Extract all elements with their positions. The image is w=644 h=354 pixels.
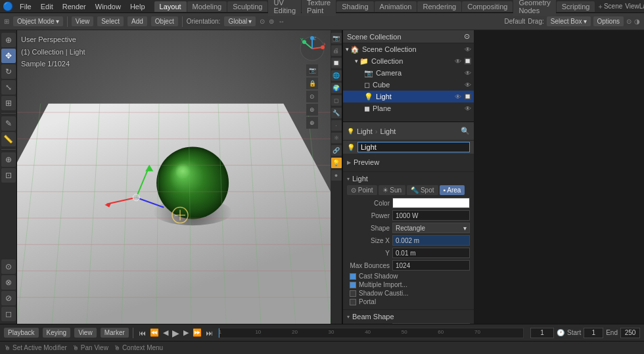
breadcrumb2[interactable]: Light [380, 127, 396, 135]
shadow-caustics-checkbox[interactable] [350, 290, 356, 297]
camera-visibility[interactable]: 👁 [465, 70, 471, 77]
output-props-btn[interactable]: 🖨 [331, 45, 342, 56]
select-menu[interactable]: Select [97, 16, 124, 26]
portal-checkbox[interactable] [350, 299, 356, 305]
extrude-tool[interactable]: ⊡ [1, 168, 16, 183]
overlay-icon[interactable]: ⊙ [626, 18, 632, 25]
step-fwd-btn[interactable]: ▶ [182, 328, 190, 337]
color-swatch[interactable] [392, 198, 470, 208]
view-menu[interactable]: View [72, 16, 94, 26]
render-props-btn[interactable]: 📷 [331, 33, 342, 43]
add-cube-tool[interactable]: ⊕ [1, 152, 16, 167]
beam-shape-header[interactable]: ▾ Beam Shape [347, 313, 470, 321]
xray-btn[interactable]: ◻ [1, 307, 16, 321]
menu-help[interactable]: Help [126, 2, 149, 11]
workspace-modeling[interactable]: Modeling [187, 1, 227, 12]
add-workspace-icon[interactable]: + [598, 3, 602, 11]
timeline-track[interactable]: 1 10 20 30 40 50 60 70 [218, 328, 524, 338]
snap-view-btn[interactable]: ⊕ [306, 117, 318, 129]
move-tool[interactable]: ✥ [1, 49, 16, 63]
workspace-sculpting[interactable]: Sculpting [227, 1, 267, 12]
outliner-item-collection[interactable]: ▾ 📁 Collection 👁 🔲 [343, 55, 474, 67]
collection-visibility[interactable]: 👁 [455, 58, 461, 65]
modifier-props-btn[interactable]: 🔧 [331, 108, 342, 118]
marker-menu[interactable]: Marker [101, 328, 129, 338]
size-y-value[interactable]: 0.01 m [392, 248, 470, 258]
gizmo-btn[interactable]: ⊙ [1, 259, 16, 274]
step-back-btn[interactable]: ◀ [162, 328, 170, 337]
light-name-input[interactable] [357, 142, 470, 152]
snap-icon[interactable]: ⊙ [260, 18, 265, 25]
viewport[interactable]: User Perspective (1) Collection | Light … [17, 30, 331, 324]
workspace-animation[interactable]: Animation [375, 1, 417, 12]
workspace-uv[interactable]: UV Editing [268, 0, 301, 16]
workspace-shading[interactable]: Shading [336, 1, 373, 12]
start-frame-input[interactable]: 1 [584, 328, 603, 338]
menu-file[interactable]: File [16, 2, 35, 11]
camera-view-btn[interactable]: 📷 [306, 64, 318, 76]
object-props-btn[interactable]: ◻ [331, 95, 342, 106]
object-menu[interactable]: Object [151, 16, 178, 26]
workspace-layout[interactable]: Layout [154, 1, 187, 12]
timeline-view-menu[interactable]: View [74, 328, 97, 338]
current-frame-input[interactable]: 1 [530, 328, 554, 338]
annotate-tool[interactable]: ✎ [1, 116, 16, 131]
workspace-rendering[interactable]: Rendering [417, 1, 461, 12]
light-type-spot[interactable]: 🔦 Spot [407, 185, 438, 195]
rotate-tool[interactable]: ↻ [1, 64, 16, 79]
cube-visibility[interactable]: 👁 [465, 81, 471, 89]
max-bounces-value[interactable]: 1024 [392, 260, 470, 271]
menu-window[interactable]: Window [91, 2, 125, 11]
light-visibility[interactable]: 👁 [455, 93, 461, 100]
constraints-props-btn[interactable]: 🔗 [331, 145, 342, 156]
lock-view-btn[interactable]: 🔒 [306, 77, 318, 89]
data-props-btn[interactable]: 💡 [331, 158, 342, 168]
next-frame-btn[interactable]: ⏩ [191, 328, 203, 337]
workspace-geometry-nodes[interactable]: Geometry Nodes [513, 0, 555, 16]
local-view-btn[interactable]: ⊙ [306, 91, 318, 102]
view-layer-props-btn[interactable]: 🔲 [331, 58, 342, 68]
select-box-btn[interactable]: Select Box▾ [547, 16, 591, 26]
outliner-item-camera[interactable]: 📷 Camera 👁 [343, 67, 474, 79]
size-x-value[interactable]: 0.002 m [392, 235, 470, 246]
keying-menu[interactable]: Keying [43, 328, 71, 338]
view-layer-name[interactable]: ViewLayer [625, 3, 644, 10]
preview-header[interactable]: ▶ Preview [347, 158, 470, 166]
light-section-header[interactable]: ▾ Light [347, 175, 470, 183]
overlay-btn[interactable]: ⊘ [1, 291, 16, 305]
outliner-item-plane[interactable]: ◼ Plane 👁 [343, 102, 474, 114]
snap-to-btn[interactable]: ⊗ [1, 275, 16, 290]
jump-start-btn[interactable]: ⏮ [137, 329, 147, 337]
props-search-icon[interactable]: 🔍 [461, 127, 470, 135]
proportional-view-btn[interactable]: ⊚ [306, 104, 318, 116]
breadcrumb1[interactable]: Light [357, 127, 373, 135]
particles-props-btn[interactable]: · [331, 120, 342, 131]
measure-tool[interactable]: 📏 [1, 132, 16, 146]
scale-tool[interactable]: ⤡ [1, 80, 16, 95]
end-frame-input[interactable]: 250 [620, 328, 640, 338]
power-value[interactable]: 1000 W [392, 210, 470, 221]
outliner-item-cube[interactable]: ◻ Cube 👁 [343, 79, 474, 91]
scene-name[interactable]: Scene [604, 3, 622, 10]
navigation-gizmo[interactable]: X Y Z [299, 35, 325, 62]
shading-icon[interactable]: ◑ [634, 18, 640, 25]
prev-frame-btn[interactable]: ⏪ [149, 328, 160, 337]
shape-select[interactable]: Rectangle ▾ [392, 223, 470, 233]
workspace-compositing[interactable]: Compositing [462, 1, 513, 12]
workspace-texture[interactable]: Texture Paint [302, 0, 336, 16]
transform-tool[interactable]: ⊞ [1, 96, 16, 110]
options-btn[interactable]: Options [593, 16, 624, 26]
plane-visibility[interactable]: 👁 [465, 105, 471, 112]
light-type-area[interactable]: ▪ Area [440, 185, 465, 195]
world-props-btn[interactable]: 🌍 [331, 83, 342, 93]
outliner-item-scene-collection[interactable]: ▾ 🏠 Scene Collection 👁 [343, 43, 474, 55]
filter-icon[interactable]: ⊙ [464, 32, 470, 41]
workspace-scripting[interactable]: Scripting [557, 1, 595, 12]
outliner-item-light[interactable]: 💡 Light 👁 🔲 [343, 91, 474, 102]
proportional-icon[interactable]: ⊚ [269, 18, 274, 25]
physics-props-btn[interactable]: ⚛ [331, 133, 342, 143]
add-menu[interactable]: Add [127, 16, 147, 26]
visibility-eye[interactable]: 👁 [465, 46, 471, 53]
light-type-sun[interactable]: ☀ Sun [379, 185, 406, 195]
jump-end-btn[interactable]: ⏭ [204, 329, 214, 337]
